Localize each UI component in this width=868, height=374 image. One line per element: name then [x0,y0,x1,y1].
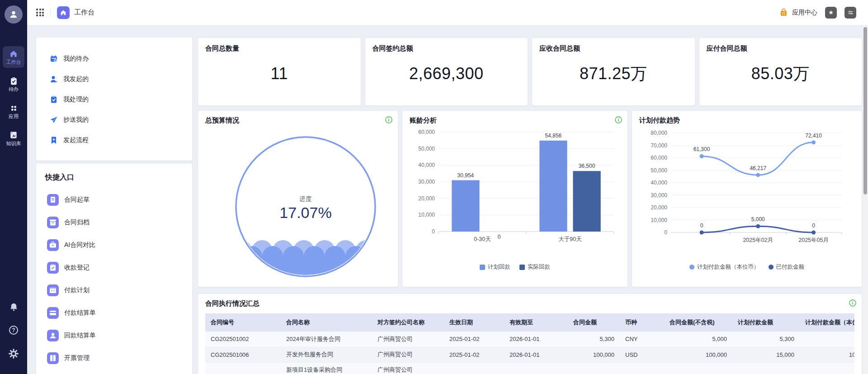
menu-item-initiated-by-me[interactable]: 我发起的 [36,69,192,89]
table-header-cell: 计划付款金额 [732,313,800,331]
gauge-title: 总预算情况 [205,116,391,125]
user-avatar[interactable] [5,5,23,24]
table-cell [800,362,854,374]
table-cell: USD [620,347,664,362]
menu-item-my-todo[interactable]: 我的待办 [36,48,192,69]
legend-label: 实际回款 [528,263,550,271]
ai-book-icon: AI [9,131,18,140]
quick-item-payment-settlement[interactable]: 付款结算单 [45,302,192,324]
table-row: CG202501006开发外包服务合同广州商贸公司2025-01-022026-… [205,347,854,362]
menu-item-label: 我的待办 [63,55,89,63]
table-header-cell: 生效日期 [444,313,504,331]
table-header-cell: 合同金额(不含税) [664,313,732,331]
menu-item-cc-to-me[interactable]: 抄送我的 [36,109,192,130]
menu-item-start-flow[interactable]: 发起流程 [36,130,192,150]
settings-gear-icon[interactable] [0,348,27,359]
svg-text:46,217: 46,217 [750,165,766,171]
svg-text:50,000: 50,000 [418,146,435,152]
svg-text:0: 0 [700,223,703,229]
stats-row: 合同总数量 11 合同签约总额 2,669,300 应收合同总额 871.25万… [198,38,862,105]
bar-chart-title: 账龄分析 [410,116,620,125]
info-icon[interactable] [615,116,622,125]
quick-item-contract-draft[interactable]: 合同起草 [45,189,192,211]
rail-item-workbench[interactable]: 工作台 [3,46,24,68]
table-title: 合同执行情况汇总 [205,299,854,308]
start-flow-icon [50,136,58,144]
notifications-bell-icon[interactable] [0,302,27,312]
vertical-scrollbar-thumb[interactable] [863,27,867,194]
svg-text:0: 0 [432,228,435,235]
workbench-app-icon[interactable] [57,6,70,19]
legend-swatch [769,265,774,270]
stat-card-receivable-total: 应收合同总额 871.25万 [532,38,695,105]
table-header-cell: 计划付款金额（本位币） [800,313,854,331]
favorites-folder-icon[interactable]: ★ [825,7,837,19]
quick-item-invoice-manage[interactable]: 开票管理 [45,347,192,369]
home-icon [9,49,18,58]
rail-item-apps[interactable]: 应用 [3,100,24,122]
help-icon[interactable]: ? [0,325,27,336]
info-icon[interactable] [849,299,856,308]
legend-item[interactable]: 实际回款 [519,263,550,271]
quick-item-receipt-register[interactable]: 收款登记 [45,256,192,279]
table-cell: 2025-01-02 [444,347,504,362]
invoice-manage-icon [47,352,59,364]
legend-item[interactable]: 计划回款 [480,263,510,271]
rail-item-label: 待办 [9,87,19,92]
table-cell [620,362,664,374]
bar-chart-legend: 计划回款实际回款 [410,263,620,271]
stat-value: 2,669,300 [373,53,521,99]
app-center-button[interactable]: 应用中心 [779,8,817,17]
svg-text:72,410: 72,410 [805,133,822,139]
svg-text:20,000: 20,000 [418,195,435,202]
stat-value: 85.03万 [707,53,855,99]
quick-item-contract-archive[interactable]: 合同归档 [45,211,192,234]
divider [50,8,51,17]
quick-item-label: 合同起草 [64,196,90,204]
menu-item-label: 我发起的 [63,75,89,83]
table-cell: 100,000 [800,347,854,362]
info-icon[interactable] [385,116,392,125]
legend-item[interactable]: 已付款金额 [769,263,805,271]
table-cell: 5,000 [664,331,732,347]
stat-title: 应付合同总额 [707,44,855,53]
table-header-cell: 合同名称 [281,313,372,331]
left-rail: 工作台 待办 应用 AI 知识库 ? [0,0,27,374]
table-row: CG2025010022024年审计服务合同广州商贸公司2025-01-0220… [205,331,854,347]
list-settings-icon[interactable] [844,7,856,19]
rail-item-label: 知识库 [6,141,21,146]
budget-gauge-card: 总预算情况 进度 17.07% [198,111,398,287]
svg-text:50,000: 50,000 [651,167,667,174]
quick-item-label: 付款计划 [64,286,90,294]
svg-text:AI: AI [13,134,16,137]
legend-item[interactable]: 计划付款金额（本位币） [689,263,760,271]
rail-item-knowledge[interactable]: AI 知识库 [3,128,24,149]
table-header-cell: 合同编号 [205,313,281,331]
svg-text:20,000: 20,000 [651,204,667,211]
svg-text:17.07%: 17.07% [279,204,331,221]
quick-item-label: AI合同对比 [64,241,95,249]
rail-item-label: 工作台 [6,60,21,65]
app-launcher-grid-icon[interactable] [36,9,44,16]
bar-chart: 010,00020,00030,00040,00050,00060,0000-3… [410,125,620,260]
stat-value: 11 [205,53,354,99]
main-content: 我的待办 我发起的 我处理的 抄送我的 发起流程 快捷入口 合同起草 合同归档 [27,25,868,374]
table-cell [205,362,281,374]
quick-item-ai-contract-compare[interactable]: AI合同对比 [45,234,192,256]
svg-text:0-30天: 0-30天 [474,236,491,242]
quick-item-collection-settlement[interactable]: 回款结算单 [45,324,192,347]
svg-text:10,000: 10,000 [418,212,435,218]
stat-title: 合同总数量 [205,44,354,53]
table-header-cell: 币种 [620,313,664,331]
menu-item-label: 抄送我的 [63,116,89,124]
table-wrapper: 合同编号合同名称对方签约公司名称生效日期有效期至合同金额币种合同金额(不含税)计… [205,313,854,374]
quick-item-label: 开票管理 [64,354,90,362]
legend-label: 已付款金额 [776,263,805,271]
svg-text:进度: 进度 [300,195,312,202]
svg-text:61,300: 61,300 [693,146,710,152]
contract-draft-icon [47,194,59,206]
quick-item-payment-plan[interactable]: 付款计划 [45,279,192,302]
table-cell: 100,000 [664,347,732,362]
rail-item-todo[interactable]: 待办 [3,73,24,95]
menu-item-processed-by-me[interactable]: 我处理的 [36,89,192,109]
